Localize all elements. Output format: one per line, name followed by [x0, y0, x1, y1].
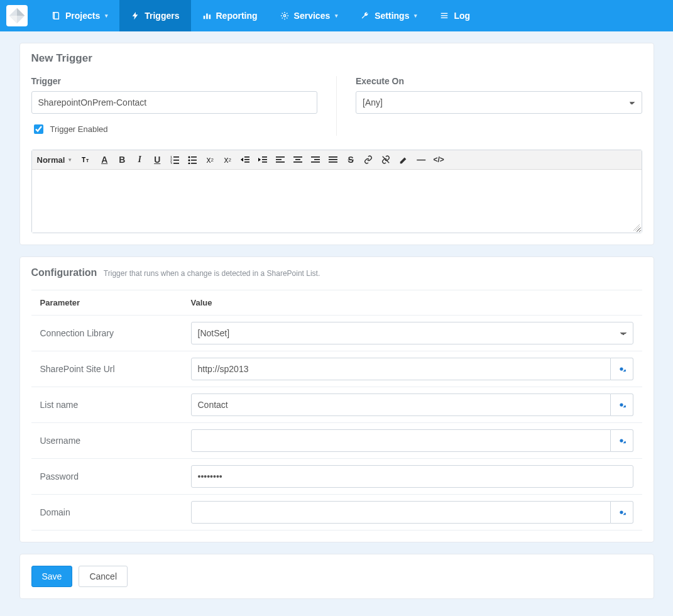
svg-rect-28 — [244, 159, 249, 160]
app-logo-icon — [6, 5, 28, 26]
nav-settings[interactable]: Settings▾ — [349, 0, 429, 31]
config-row: Username — [31, 423, 642, 459]
unlink-icon[interactable] — [380, 154, 391, 165]
svg-rect-15 — [173, 157, 179, 158]
execute-on-select[interactable]: [Any] — [356, 91, 642, 114]
param-label: Password — [31, 459, 182, 495]
config-input-1[interactable] — [191, 358, 611, 380]
svg-rect-43 — [329, 157, 337, 158]
config-input-4[interactable] — [191, 465, 633, 488]
svg-point-24 — [189, 163, 190, 165]
trigger-name-input[interactable] — [31, 91, 318, 114]
gear-icon[interactable] — [611, 358, 633, 380]
actions-panel: Save Cancel — [19, 554, 654, 599]
align-left-icon[interactable] — [275, 154, 286, 165]
svg-rect-32 — [262, 159, 267, 160]
param-label: Username — [31, 423, 182, 459]
outdent-icon[interactable] — [239, 154, 251, 165]
save-button[interactable]: Save — [31, 566, 73, 587]
svg-text:T: T — [86, 158, 89, 163]
gear-icon[interactable] — [611, 429, 633, 452]
config-input-2[interactable] — [191, 393, 611, 416]
gear-icon[interactable] — [611, 393, 633, 416]
param-label: Connection Library — [31, 316, 182, 351]
svg-rect-35 — [276, 159, 282, 160]
param-label: SharePoint Site Url — [31, 351, 182, 387]
svg-rect-17 — [173, 160, 179, 161]
unordered-list-icon[interactable] — [187, 154, 198, 165]
rte-toolbar: Normal▼ TT A B I U 123 x2 x2 — [32, 150, 642, 170]
config-input-3[interactable] — [191, 429, 611, 452]
hr-icon[interactable]: — — [415, 154, 427, 165]
caret-down-icon: ▾ — [335, 13, 338, 19]
align-justify-icon[interactable] — [327, 154, 339, 165]
font-color-icon[interactable]: A — [99, 154, 110, 165]
ordered-list-icon[interactable]: 123 — [169, 154, 180, 165]
subscript-icon[interactable]: x2 — [204, 154, 216, 165]
param-label: Domain — [31, 495, 182, 531]
configuration-panel: Configuration Trigger that runs when a c… — [19, 256, 654, 542]
link-icon[interactable] — [363, 154, 374, 165]
svg-rect-42 — [311, 162, 320, 163]
col-value: Value — [182, 290, 642, 316]
svg-point-20 — [189, 157, 190, 158]
trigger-label: Trigger — [31, 76, 318, 86]
svg-rect-37 — [293, 157, 302, 158]
config-row: Domain — [31, 495, 642, 531]
svg-rect-19 — [173, 163, 179, 164]
param-label: List name — [31, 387, 182, 423]
svg-rect-7 — [209, 14, 211, 19]
svg-marker-4 — [133, 12, 138, 19]
svg-rect-41 — [314, 159, 320, 160]
svg-rect-25 — [191, 163, 197, 164]
caret-down-icon: ▾ — [105, 13, 108, 19]
new-trigger-panel: New Trigger Trigger Trigger Enabled Exec… — [19, 43, 654, 245]
code-view-icon[interactable]: </> — [433, 154, 444, 165]
nav-reporting[interactable]: Reporting — [191, 0, 269, 31]
svg-rect-34 — [276, 157, 285, 158]
gear-icon[interactable] — [611, 501, 633, 524]
config-select-0[interactable]: [NotSet] — [191, 322, 633, 344]
svg-point-8 — [283, 14, 286, 17]
font-size-icon[interactable]: TT — [81, 154, 92, 165]
config-input-5[interactable] — [191, 501, 611, 524]
nav-services[interactable]: Services▾ — [269, 0, 350, 31]
nav-projects[interactable]: Projects▾ — [40, 0, 119, 31]
superscript-icon[interactable]: x2 — [222, 154, 233, 165]
clear-format-icon[interactable] — [398, 154, 409, 165]
strikethrough-icon[interactable]: S — [345, 154, 356, 165]
svg-rect-23 — [191, 160, 197, 161]
cancel-button[interactable]: Cancel — [79, 566, 128, 587]
svg-rect-38 — [295, 159, 300, 160]
indent-icon[interactable] — [257, 154, 268, 165]
svg-rect-6 — [206, 14, 208, 19]
svg-rect-45 — [329, 162, 337, 163]
svg-rect-39 — [293, 162, 302, 163]
svg-rect-44 — [329, 159, 337, 160]
svg-rect-5 — [203, 16, 205, 19]
config-row: SharePoint Site Url — [31, 351, 642, 387]
italic-icon[interactable]: I — [134, 154, 145, 165]
list-icon — [440, 11, 449, 20]
nav-triggers[interactable]: Triggers — [119, 0, 190, 31]
rte-textarea[interactable] — [32, 170, 642, 233]
underline-icon[interactable]: U — [151, 154, 163, 165]
config-row: List name — [31, 387, 642, 423]
svg-rect-31 — [262, 157, 267, 158]
svg-marker-2 — [9, 16, 17, 23]
cogs-icon — [280, 11, 289, 20]
rte-format-select[interactable]: Normal▼ — [37, 155, 75, 165]
bold-icon[interactable]: B — [116, 154, 128, 165]
caret-down-icon: ▾ — [414, 13, 417, 19]
trigger-enabled-checkbox[interactable] — [34, 124, 43, 134]
svg-rect-21 — [191, 157, 197, 158]
bolt-icon — [131, 11, 140, 20]
config-title: Configuration — [31, 267, 97, 278]
nav-log[interactable]: Log — [429, 0, 481, 31]
svg-rect-33 — [262, 162, 267, 163]
svg-rect-27 — [244, 157, 249, 158]
align-center-icon[interactable] — [292, 154, 304, 165]
align-right-icon[interactable] — [310, 154, 321, 165]
svg-marker-26 — [241, 158, 243, 162]
svg-rect-40 — [311, 157, 320, 158]
